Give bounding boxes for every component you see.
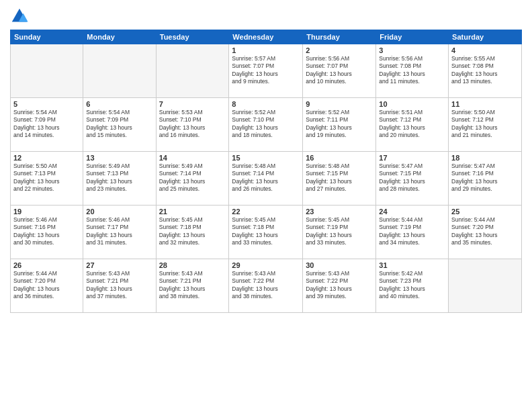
day-number: 25 bbox=[451, 208, 519, 216]
logo bbox=[10, 7, 32, 26]
week-row-3: 19Sunrise: 5:46 AM Sunset: 7:16 PM Dayli… bbox=[11, 205, 522, 259]
calendar-cell: 5Sunrise: 5:54 AM Sunset: 7:09 PM Daylig… bbox=[11, 98, 83, 152]
calendar-cell: 16Sunrise: 5:48 AM Sunset: 7:15 PM Dayli… bbox=[303, 152, 376, 205]
calendar-cell: 28Sunrise: 5:43 AM Sunset: 7:21 PM Dayli… bbox=[156, 259, 229, 313]
calendar-cell: 21Sunrise: 5:45 AM Sunset: 7:18 PM Dayli… bbox=[156, 205, 229, 259]
day-number: 9 bbox=[306, 100, 373, 108]
calendar-cell: 13Sunrise: 5:49 AM Sunset: 7:13 PM Dayli… bbox=[83, 152, 156, 205]
calendar-cell: 22Sunrise: 5:45 AM Sunset: 7:18 PM Dayli… bbox=[229, 205, 303, 259]
day-number: 5 bbox=[13, 100, 80, 108]
calendar-cell: 8Sunrise: 5:52 AM Sunset: 7:10 PM Daylig… bbox=[229, 98, 303, 152]
day-number: 30 bbox=[306, 261, 373, 269]
day-number: 1 bbox=[232, 46, 300, 54]
day-number: 17 bbox=[379, 154, 445, 162]
day-info: Sunrise: 5:45 AM Sunset: 7:18 PM Dayligh… bbox=[159, 216, 226, 247]
calendar-cell: 3Sunrise: 5:56 AM Sunset: 7:08 PM Daylig… bbox=[376, 44, 449, 98]
calendar-cell: 14Sunrise: 5:49 AM Sunset: 7:14 PM Dayli… bbox=[156, 152, 229, 205]
calendar-cell: 12Sunrise: 5:50 AM Sunset: 7:13 PM Dayli… bbox=[11, 152, 83, 205]
day-info: Sunrise: 5:53 AM Sunset: 7:10 PM Dayligh… bbox=[159, 109, 226, 140]
day-number: 13 bbox=[86, 154, 152, 162]
day-number: 16 bbox=[306, 154, 373, 162]
week-row-4: 26Sunrise: 5:44 AM Sunset: 7:20 PM Dayli… bbox=[11, 259, 522, 313]
day-info: Sunrise: 5:56 AM Sunset: 7:07 PM Dayligh… bbox=[306, 55, 373, 86]
day-info: Sunrise: 5:55 AM Sunset: 7:08 PM Dayligh… bbox=[451, 55, 519, 86]
day-number: 10 bbox=[379, 100, 445, 108]
day-info: Sunrise: 5:50 AM Sunset: 7:13 PM Dayligh… bbox=[13, 163, 80, 193]
day-info: Sunrise: 5:57 AM Sunset: 7:07 PM Dayligh… bbox=[232, 55, 300, 86]
calendar-cell: 15Sunrise: 5:48 AM Sunset: 7:14 PM Dayli… bbox=[229, 152, 303, 205]
calendar-cell: 31Sunrise: 5:42 AM Sunset: 7:23 PM Dayli… bbox=[376, 259, 449, 313]
calendar: SundayMondayTuesdayWednesdayThursdayFrid… bbox=[10, 30, 522, 313]
day-info: Sunrise: 5:42 AM Sunset: 7:23 PM Dayligh… bbox=[379, 270, 445, 301]
day-number: 28 bbox=[159, 261, 226, 269]
calendar-cell: 10Sunrise: 5:51 AM Sunset: 7:12 PM Dayli… bbox=[376, 98, 449, 152]
header bbox=[10, 7, 522, 26]
calendar-cell bbox=[83, 44, 156, 98]
header-cell-saturday: Saturday bbox=[449, 30, 522, 44]
calendar-cell: 9Sunrise: 5:52 AM Sunset: 7:11 PM Daylig… bbox=[303, 98, 376, 152]
calendar-cell: 20Sunrise: 5:46 AM Sunset: 7:17 PM Dayli… bbox=[83, 205, 156, 259]
day-number: 7 bbox=[159, 100, 226, 108]
calendar-cell bbox=[449, 259, 522, 313]
day-number: 23 bbox=[306, 208, 373, 216]
calendar-cell: 19Sunrise: 5:46 AM Sunset: 7:16 PM Dayli… bbox=[11, 205, 83, 259]
day-info: Sunrise: 5:49 AM Sunset: 7:14 PM Dayligh… bbox=[159, 163, 226, 193]
day-info: Sunrise: 5:46 AM Sunset: 7:16 PM Dayligh… bbox=[13, 216, 80, 247]
calendar-cell: 4Sunrise: 5:55 AM Sunset: 7:08 PM Daylig… bbox=[449, 44, 522, 98]
day-number: 31 bbox=[379, 261, 445, 269]
day-info: Sunrise: 5:51 AM Sunset: 7:12 PM Dayligh… bbox=[379, 109, 445, 140]
day-info: Sunrise: 5:44 AM Sunset: 7:19 PM Dayligh… bbox=[379, 216, 445, 247]
calendar-cell: 29Sunrise: 5:43 AM Sunset: 7:22 PM Dayli… bbox=[229, 259, 303, 313]
day-info: Sunrise: 5:43 AM Sunset: 7:21 PM Dayligh… bbox=[86, 270, 152, 301]
calendar-cell: 30Sunrise: 5:43 AM Sunset: 7:22 PM Dayli… bbox=[303, 259, 376, 313]
day-number: 8 bbox=[232, 100, 300, 108]
calendar-cell: 1Sunrise: 5:57 AM Sunset: 7:07 PM Daylig… bbox=[229, 44, 303, 98]
header-cell-thursday: Thursday bbox=[303, 30, 376, 44]
calendar-cell bbox=[11, 44, 83, 98]
day-number: 20 bbox=[86, 208, 152, 216]
calendar-cell: 25Sunrise: 5:44 AM Sunset: 7:20 PM Dayli… bbox=[449, 205, 522, 259]
day-number: 11 bbox=[451, 100, 519, 108]
day-number: 3 bbox=[379, 46, 445, 54]
day-number: 2 bbox=[306, 46, 373, 54]
day-number: 6 bbox=[86, 100, 152, 108]
calendar-cell: 26Sunrise: 5:44 AM Sunset: 7:20 PM Dayli… bbox=[11, 259, 83, 313]
day-info: Sunrise: 5:54 AM Sunset: 7:09 PM Dayligh… bbox=[13, 109, 80, 140]
week-row-0: 1Sunrise: 5:57 AM Sunset: 7:07 PM Daylig… bbox=[11, 44, 522, 98]
day-number: 29 bbox=[232, 261, 300, 269]
day-number: 26 bbox=[13, 261, 80, 269]
week-row-2: 12Sunrise: 5:50 AM Sunset: 7:13 PM Dayli… bbox=[11, 152, 522, 205]
day-info: Sunrise: 5:52 AM Sunset: 7:11 PM Dayligh… bbox=[306, 109, 373, 140]
day-number: 19 bbox=[13, 208, 80, 216]
calendar-body: 1Sunrise: 5:57 AM Sunset: 7:07 PM Daylig… bbox=[11, 44, 522, 313]
day-info: Sunrise: 5:43 AM Sunset: 7:22 PM Dayligh… bbox=[232, 270, 300, 301]
day-info: Sunrise: 5:43 AM Sunset: 7:21 PM Dayligh… bbox=[159, 270, 226, 301]
day-number: 4 bbox=[451, 46, 519, 54]
day-info: Sunrise: 5:49 AM Sunset: 7:13 PM Dayligh… bbox=[86, 163, 152, 193]
day-info: Sunrise: 5:45 AM Sunset: 7:19 PM Dayligh… bbox=[306, 216, 373, 247]
day-number: 27 bbox=[86, 261, 152, 269]
calendar-cell: 17Sunrise: 5:47 AM Sunset: 7:15 PM Dayli… bbox=[376, 152, 449, 205]
calendar-cell: 18Sunrise: 5:47 AM Sunset: 7:16 PM Dayli… bbox=[449, 152, 522, 205]
calendar-cell: 2Sunrise: 5:56 AM Sunset: 7:07 PM Daylig… bbox=[303, 44, 376, 98]
calendar-header: SundayMondayTuesdayWednesdayThursdayFrid… bbox=[11, 30, 522, 44]
day-info: Sunrise: 5:47 AM Sunset: 7:15 PM Dayligh… bbox=[379, 163, 445, 193]
day-number: 21 bbox=[159, 208, 226, 216]
week-row-1: 5Sunrise: 5:54 AM Sunset: 7:09 PM Daylig… bbox=[11, 98, 522, 152]
day-number: 18 bbox=[451, 154, 519, 162]
header-cell-tuesday: Tuesday bbox=[156, 30, 229, 44]
calendar-cell: 11Sunrise: 5:50 AM Sunset: 7:12 PM Dayli… bbox=[449, 98, 522, 152]
header-cell-friday: Friday bbox=[376, 30, 449, 44]
page: SundayMondayTuesdayWednesdayThursdayFrid… bbox=[0, 0, 532, 411]
day-info: Sunrise: 5:52 AM Sunset: 7:10 PM Dayligh… bbox=[232, 109, 300, 140]
calendar-cell: 6Sunrise: 5:54 AM Sunset: 7:09 PM Daylig… bbox=[83, 98, 156, 152]
day-number: 24 bbox=[379, 208, 445, 216]
day-info: Sunrise: 5:46 AM Sunset: 7:17 PM Dayligh… bbox=[86, 216, 152, 247]
day-info: Sunrise: 5:45 AM Sunset: 7:18 PM Dayligh… bbox=[232, 216, 300, 247]
day-info: Sunrise: 5:47 AM Sunset: 7:16 PM Dayligh… bbox=[451, 163, 519, 193]
calendar-cell: 24Sunrise: 5:44 AM Sunset: 7:19 PM Dayli… bbox=[376, 205, 449, 259]
day-info: Sunrise: 5:44 AM Sunset: 7:20 PM Dayligh… bbox=[13, 270, 80, 301]
logo-icon bbox=[10, 7, 29, 26]
day-info: Sunrise: 5:48 AM Sunset: 7:14 PM Dayligh… bbox=[232, 163, 300, 193]
day-info: Sunrise: 5:56 AM Sunset: 7:08 PM Dayligh… bbox=[379, 55, 445, 86]
